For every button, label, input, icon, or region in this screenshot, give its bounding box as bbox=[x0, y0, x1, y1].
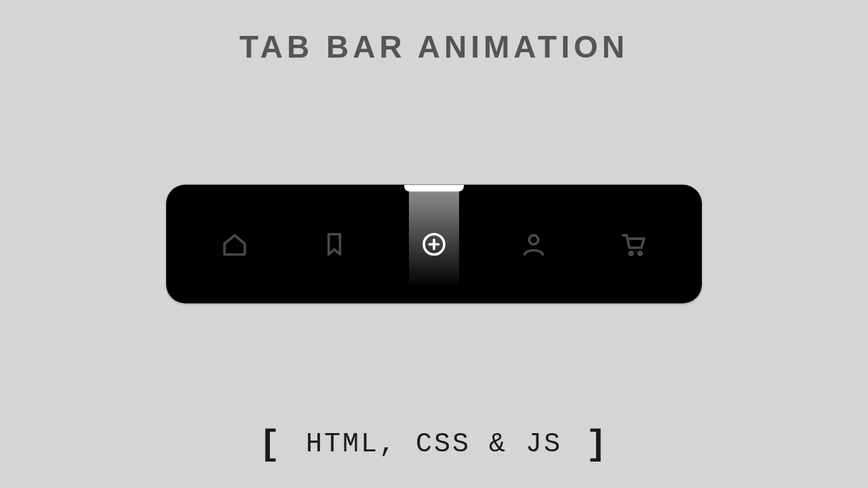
svg-point-3 bbox=[638, 251, 642, 255]
bracket-left: [ bbox=[254, 425, 288, 465]
tab-add[interactable] bbox=[384, 185, 484, 304]
bookmark-icon bbox=[321, 230, 348, 258]
subtitle: [ HTML, CSS & JS ] bbox=[0, 422, 868, 462]
tab-bookmark[interactable] bbox=[285, 185, 384, 304]
plus-circle-icon bbox=[420, 230, 448, 258]
cart-icon bbox=[620, 230, 647, 258]
page-title: TAB BAR ANIMATION bbox=[0, 28, 868, 65]
svg-point-1 bbox=[529, 235, 538, 244]
tab-home[interactable] bbox=[185, 185, 285, 304]
tab-bar bbox=[166, 185, 702, 304]
tab-cart[interactable] bbox=[583, 185, 683, 304]
home-icon bbox=[221, 230, 248, 258]
tab-profile[interactable] bbox=[484, 185, 583, 304]
bracket-right: ] bbox=[580, 425, 614, 465]
svg-point-2 bbox=[629, 251, 633, 255]
subtitle-text: HTML, CSS & JS bbox=[306, 429, 562, 460]
user-icon bbox=[520, 230, 547, 258]
